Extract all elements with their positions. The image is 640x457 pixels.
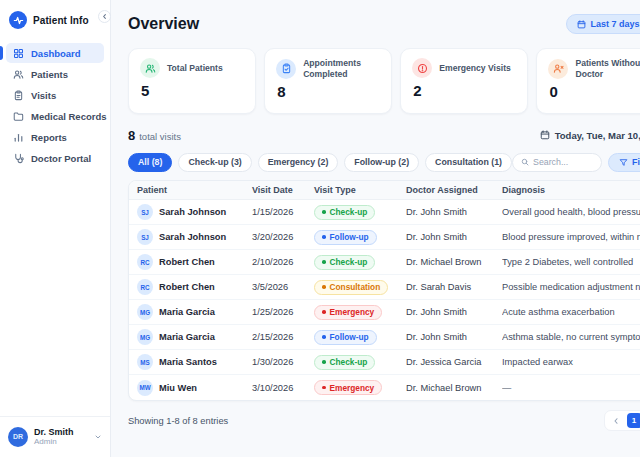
stat-value: 8: [277, 83, 380, 100]
user-x-icon: [548, 59, 568, 79]
doctor-assigned: Dr. John Smith: [406, 307, 502, 317]
badge-dot-icon: [322, 360, 326, 364]
date-range-button[interactable]: Last 7 days: [566, 14, 640, 34]
table-row[interactable]: SJSarah Johnson3/20/2026Follow-upDr. Joh…: [129, 225, 640, 250]
chevron-left-icon: [612, 417, 620, 425]
filter-pill-consultation-1[interactable]: Consultation (1): [425, 153, 512, 172]
patient-cell: MSMaria Santos: [137, 354, 252, 370]
table-row[interactable]: MGMaria Garcia1/25/2026EmergencyDr. John…: [129, 300, 640, 325]
patient-avatar: MS: [137, 354, 153, 370]
dashboard-icon: [13, 48, 24, 59]
sidebar-item-medical-records[interactable]: Medical Records: [6, 106, 104, 126]
diagnosis: Possible medication adjustment nee...: [502, 282, 640, 292]
filter-pill-emergency-2[interactable]: Emergency (2): [258, 153, 339, 172]
diagnosis: Impacted earwax: [502, 357, 640, 367]
visit-date: 3/5/2026: [252, 282, 314, 292]
doctor-assigned: Dr. John Smith: [406, 332, 502, 342]
table-footer: Showing 1-8 of 8 entries 1: [128, 410, 640, 431]
stat-value: 0: [549, 83, 640, 100]
patient-avatar: MW: [137, 380, 153, 396]
visit-type-label: Check-up: [330, 357, 368, 367]
visit-type-label: Check-up: [330, 207, 368, 217]
patient-cell: SJSarah Johnson: [137, 229, 252, 245]
column-header-patient: Patient: [137, 185, 252, 195]
filter-pill-all-8[interactable]: All (8): [128, 153, 172, 172]
users-icon: [140, 58, 160, 78]
search-box[interactable]: [512, 153, 602, 172]
patient-cell: RCRobert Chen: [137, 279, 252, 295]
user-avatar: DR: [8, 427, 28, 447]
medical-records-icon: [13, 111, 24, 122]
visits-table: Patient Visit Date Visit Type Doctor Ass…: [128, 180, 640, 401]
column-header-visit-type: Visit Type: [314, 185, 406, 195]
badge-dot-icon: [322, 310, 326, 314]
user-menu[interactable]: DR Dr. Smith Admin: [0, 416, 110, 457]
badge-dot-icon: [322, 285, 326, 289]
sidebar-item-label: Dashboard: [31, 48, 81, 59]
visit-type-badge: Follow-up: [314, 330, 377, 345]
patient-cell: SJSarah Johnson: [137, 204, 252, 220]
table-row[interactable]: MWMiu Wen3/10/2026EmergencyDr. Michael B…: [129, 375, 640, 400]
page-number-button[interactable]: 1: [627, 413, 640, 428]
column-header-visit-date: Visit Date: [252, 185, 314, 195]
sidebar-collapse-button[interactable]: [98, 10, 111, 23]
sidebar-item-reports[interactable]: Reports: [6, 127, 104, 147]
visit-type-badge: Emergency: [314, 380, 382, 395]
sidebar-header: Patient Info: [0, 0, 110, 43]
calendar-icon: [540, 130, 550, 140]
visits-header: 8 total visits Today, Tue, Mar 10, 2026: [128, 127, 640, 143]
main-content: Overview Last 7 days Total Patients5Appo…: [111, 0, 640, 457]
filter-button-label: Filter: [632, 157, 640, 167]
visit-date: 1/15/2026: [252, 207, 314, 217]
filter-button[interactable]: Filter: [608, 153, 640, 172]
table-row[interactable]: RCRobert Chen3/5/2026ConsultationDr. Sar…: [129, 275, 640, 300]
current-date-label: Today, Tue, Mar 10, 2026: [555, 130, 640, 141]
visit-type-label: Emergency: [330, 383, 375, 393]
stat-label: Total Patients: [167, 63, 223, 74]
table-row[interactable]: MSMaria Santos1/30/2026Check-upDr. Jessi…: [129, 350, 640, 375]
visit-type-label: Emergency: [330, 307, 375, 317]
table-row[interactable]: MGMaria Garcia2/15/2026Follow-upDr. John…: [129, 325, 640, 350]
filter-row: All (8)Check-up (3)Emergency (2)Follow-u…: [128, 152, 640, 172]
filter-pill-check-up-3[interactable]: Check-up (3): [178, 153, 251, 172]
diagnosis: Acute asthma exacerbation: [502, 307, 640, 317]
patient-avatar: MG: [137, 304, 153, 320]
chevron-down-icon: [94, 433, 102, 441]
previous-page-button[interactable]: [609, 414, 623, 428]
patient-avatar: SJ: [137, 229, 153, 245]
search-input[interactable]: [533, 157, 593, 167]
clipboard-check-icon: [276, 59, 296, 79]
sidebar-item-doctor-portal[interactable]: Doctor Portal: [6, 148, 104, 168]
visit-type-filters: All (8)Check-up (3)Emergency (2)Follow-u…: [128, 153, 512, 172]
patient-name: Maria Garcia: [159, 332, 215, 342]
badge-dot-icon: [322, 235, 326, 239]
sidebar-item-visits[interactable]: Visits: [6, 85, 104, 105]
current-date: Today, Tue, Mar 10, 2026: [540, 130, 640, 141]
stat-card-appointments-completed: Appointments Completed8: [264, 48, 392, 114]
visit-type-label: Follow-up: [330, 232, 369, 242]
diagnosis: Type 2 Diabetes, well controlled: [502, 257, 640, 267]
stat-card-patients-without-a-doctor: Patients Without a Doctor0: [536, 48, 640, 114]
sidebar-item-patients[interactable]: Patients: [6, 64, 104, 84]
sidebar-item-label: Visits: [31, 90, 56, 101]
doctor-assigned: Dr. Michael Brown: [406, 257, 502, 267]
column-header-doctor-assigned: Doctor Assigned: [406, 185, 502, 195]
patient-name: Robert Chen: [159, 257, 215, 267]
visit-date: 3/10/2026: [252, 383, 314, 393]
table-row[interactable]: SJSarah Johnson1/15/2026Check-upDr. John…: [129, 200, 640, 225]
stat-label: Emergency Visits: [439, 63, 511, 74]
patient-cell: MWMiu Wen: [137, 380, 252, 396]
sidebar-item-dashboard[interactable]: Dashboard: [6, 43, 104, 63]
doctor-assigned: Dr. John Smith: [406, 207, 502, 217]
patient-cell: MGMaria Garcia: [137, 304, 252, 320]
table-row[interactable]: RCRobert Chen2/10/2026Check-upDr. Michae…: [129, 250, 640, 275]
user-name: Dr. Smith: [34, 427, 74, 438]
patient-avatar: RC: [137, 254, 153, 270]
visit-type-badge: Follow-up: [314, 230, 377, 245]
alert-circle-icon: [412, 58, 432, 78]
badge-dot-icon: [322, 335, 326, 339]
visit-type-badge: Check-up: [314, 205, 375, 220]
filter-pill-follow-up-2[interactable]: Follow-up (2): [344, 153, 419, 172]
stat-card-total-patients: Total Patients5: [128, 48, 256, 114]
table-body: SJSarah Johnson1/15/2026Check-upDr. John…: [129, 200, 640, 400]
